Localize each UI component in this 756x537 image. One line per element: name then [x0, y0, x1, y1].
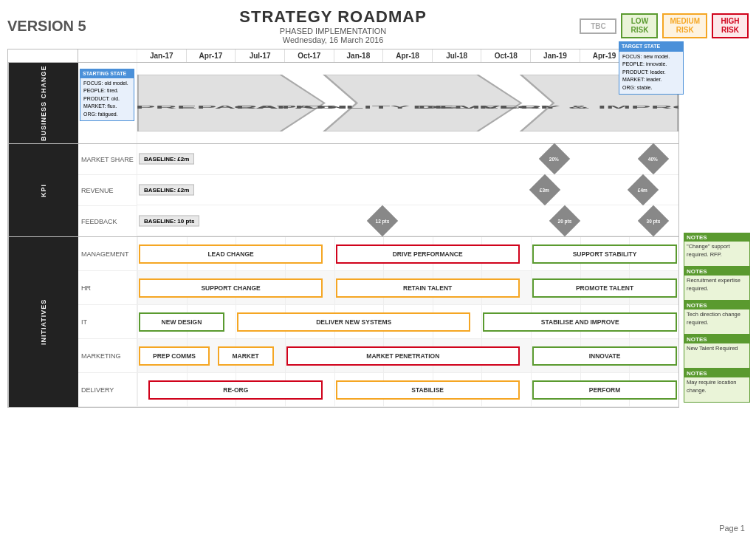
- date: Wednesday, 16 March 2016: [239, 35, 427, 44]
- notes-box-0: NOTES"Change" support required. RFP.: [684, 233, 750, 267]
- init-bar-1-0: SUPPORT CHANGE: [139, 278, 323, 298]
- arrow-shape-1: [324, 75, 521, 131]
- kpi-label: KPI: [8, 144, 78, 236]
- kpi-feedback-label: FEEDBACK: [78, 206, 137, 236]
- diamond-1-1: £4m: [628, 174, 659, 205]
- init-row-0: LEAD CHANGEDRIVE PERFORMANCESUPPORT STAB…: [137, 237, 678, 271]
- main-title: STRATEGY ROADMAP: [239, 7, 427, 27]
- grid-line-4-8: [531, 373, 532, 406]
- kpi-label-col: MARKET SHARE REVENUE FEEDBACK: [78, 144, 137, 236]
- baseline-2: BASELINE: 10 pts: [139, 215, 199, 226]
- arrow-shape-0: [137, 75, 324, 131]
- notes-label-0: NOTES: [684, 233, 749, 242]
- baseline-1: BASELINE: £2m: [139, 184, 194, 195]
- target-state-label: TARGET STATE: [619, 42, 683, 52]
- initiatives-row: INITIATIVES MANAGEMENTHRITMARKETINGDELIV…: [8, 237, 678, 407]
- grid-line-2-7: [481, 305, 482, 338]
- notes-box-4: NOTESMay require location change.: [684, 369, 750, 403]
- timeline-header: Jan-17Apr-17Jul-17Oct-17Jan-18Apr-18Jul-…: [8, 49, 678, 63]
- starting-state-label: STARTING STATE: [80, 69, 134, 78]
- grid-line-0-0: [137, 237, 138, 270]
- timeline-col-Apr-17: Apr-17: [187, 49, 236, 62]
- diamond-0-1: 40%: [637, 143, 668, 174]
- init-bar-4-2: PERFORM: [532, 380, 677, 400]
- grid-line-2-2: [236, 305, 236, 338]
- diamond-1-0: £3m: [529, 174, 560, 205]
- init-bar-3-3: INNOVATE: [532, 346, 677, 366]
- title-block: STRATEGY ROADMAP PHASED IMPLEMENTATION W…: [239, 7, 427, 44]
- bc-label: BUSINESS CHANGE: [8, 63, 78, 143]
- init-bar-3-0: PREP COMMS: [139, 346, 210, 366]
- diamond-2-0: 12 pts: [367, 205, 398, 236]
- bc-arrows-svg: PREPARATIONCAPABILITY DEVELOPMENTDELIVER…: [137, 63, 678, 143]
- init-bar-2-2: STABILISE AND IMPROVE: [483, 312, 677, 332]
- notes-box-3: NOTESNew Talent Required: [684, 335, 750, 369]
- init-bar-1-1: RETAIN TALENT: [336, 278, 520, 298]
- timeline-col-Jan-17: Jan-17: [137, 49, 187, 62]
- business-change-row: BUSINESS CHANGE STARTING STATE FOCUS: ol…: [8, 63, 678, 144]
- arrow-label-2: DELIVERY & IMPROVEMENT: [413, 104, 678, 109]
- notes-label-4: NOTES: [684, 369, 749, 377]
- legend-medium: MEDIUM RISK: [662, 13, 707, 38]
- init-label-col: MANAGEMENTHRITMARKETINGDELIVERY: [78, 237, 137, 407]
- grid-line-3-8: [531, 339, 532, 372]
- init-bar-0-2: SUPPORT STABILITY: [532, 244, 677, 264]
- init-row-label-2: IT: [78, 305, 137, 339]
- diamond-text-2-1: 20 pts: [557, 218, 571, 223]
- kpi-row: KPI MARKET SHARE REVENUE FEEDBACK BASELI…: [8, 144, 678, 237]
- diamond-text-0-0: 20%: [550, 157, 560, 162]
- grid-line-0-8: [531, 237, 532, 270]
- init-bar-2-1: DELIVER NEW SYSTEMS: [237, 312, 470, 332]
- notes-text-0: "Change" support required. RFP.: [684, 242, 749, 260]
- notes-text-1: Recruitment expertise required.: [684, 276, 749, 294]
- init-bar-0-1: DRIVE PERFORMANCE: [336, 244, 520, 264]
- init-row-4: RE-ORGSTABILISEPERFORM: [137, 373, 678, 407]
- timeline-col-Jan-19: Jan-19: [531, 49, 580, 62]
- notes-box-1: NOTESRecruitment expertise required.: [684, 267, 750, 301]
- diamond-text-2-2: 30 pts: [646, 218, 660, 223]
- grid-line-2-0: [137, 305, 138, 338]
- grid-line-3-0: [137, 339, 138, 372]
- timeline-col-Jul-17: Jul-17: [236, 49, 285, 62]
- init-row-2: NEW DESIGNDELIVER NEW SYSTEMSSTABILISE A…: [137, 305, 678, 339]
- legend-high: HIGH RISK: [712, 13, 749, 38]
- bc-content: PREPARATIONCAPABILITY DEVELOPMENTDELIVER…: [137, 63, 678, 143]
- init-bar-3-2: MARKET PENETRATION: [286, 346, 520, 366]
- timeline-col-Oct-17: Oct-17: [285, 49, 334, 62]
- diamond-text-0-1: 40%: [648, 157, 658, 162]
- kpi-row-revenue: BASELINE: £2m£3m£4m: [137, 175, 678, 206]
- notes-text-4: May require location change.: [684, 377, 749, 396]
- timeline-col-Jul-18: Jul-18: [433, 49, 482, 62]
- notes-label-2: NOTES: [684, 301, 749, 309]
- initiatives-label: INITIATIVES: [8, 237, 78, 407]
- diamond-0-0: 20%: [539, 143, 570, 174]
- initiatives-content: LEAD CHANGEDRIVE PERFORMANCESUPPORT STAB…: [137, 237, 678, 407]
- grid-line-4-4: [334, 373, 335, 406]
- init-row-label-4: DELIVERY: [78, 373, 137, 407]
- init-bar-0-0: LEAD CHANGE: [139, 244, 323, 264]
- kpi-revenue-label: REVENUE: [78, 175, 137, 206]
- bc-left-spacer: STARTING STATE FOCUS: old model.PEOPLE: …: [78, 63, 137, 143]
- grid-line-1-8: [531, 271, 532, 304]
- roadmap-table: Jan-17Apr-17Jul-17Oct-17Jan-18Apr-18Jul-…: [7, 49, 679, 408]
- init-row-label-3: MARKETING: [78, 339, 137, 373]
- subtitle: PHASED IMPLEMENTATION: [239, 27, 427, 35]
- header: VERSION 5 STRATEGY ROADMAP PHASED IMPLEM…: [7, 7, 749, 44]
- grid-line-1-4: [334, 271, 335, 304]
- kpi-row-feedback: BASELINE: 10 pts12 pts20 pts30 pts: [137, 205, 678, 236]
- diamond-2-2: 30 pts: [637, 205, 668, 236]
- kpi-content: BASELINE: £2m20%40%BASELINE: £2m£3m£4mBA…: [137, 144, 678, 236]
- init-bar-4-0: RE-ORG: [148, 380, 323, 400]
- notes-label-3: NOTES: [684, 335, 749, 343]
- init-bar-2-0: NEW DESIGN: [139, 312, 224, 332]
- starting-state-box: STARTING STATE FOCUS: old model.PEOPLE: …: [80, 69, 134, 121]
- timeline-col-Jan-18: Jan-18: [334, 49, 384, 62]
- legend: TBC LOW RISK MEDIUM RISK HIGH RISK: [580, 13, 749, 38]
- init-row-1: SUPPORT CHANGERETAIN TALENTPROMOTE TALEN…: [137, 271, 678, 305]
- grid-line-1-0: [137, 271, 138, 304]
- init-row-3: PREP COMMSMARKETMARKET PENETRATIONINNOVA…: [137, 339, 678, 373]
- kpi-row-market-share: BASELINE: £2m20%40%: [137, 144, 678, 175]
- notes-label-1: NOTES: [684, 267, 749, 276]
- grid-line-3-3: [285, 339, 286, 372]
- grid-line-4-0: [137, 373, 138, 406]
